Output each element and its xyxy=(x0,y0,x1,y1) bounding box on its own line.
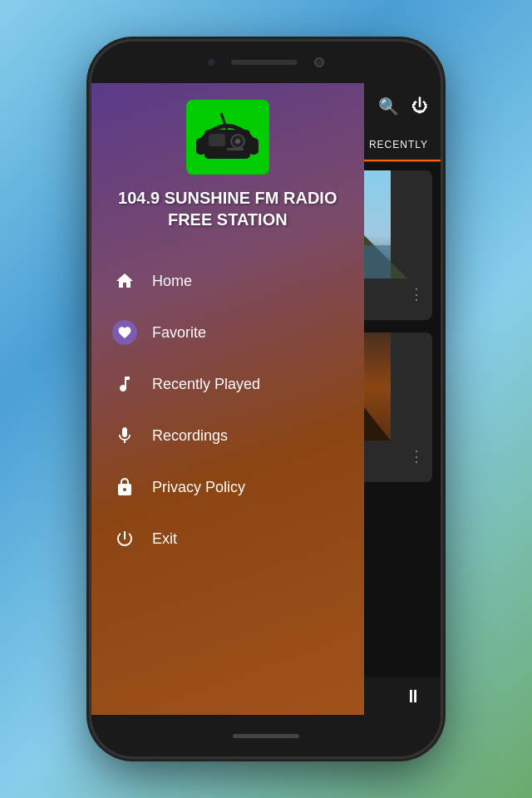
power-icon[interactable]: ⏻ xyxy=(411,96,428,116)
home-icon xyxy=(112,268,137,293)
drawer-header: 104.9 SUNSHINE FM RADIO FREE STATION xyxy=(91,83,364,239)
nav-label-recently-played: Recently Played xyxy=(152,376,260,393)
drawer-nav: Home Favorite xyxy=(91,239,364,715)
heart-icon-container xyxy=(112,320,137,345)
svg-rect-19 xyxy=(249,138,259,155)
svg-rect-18 xyxy=(196,138,206,155)
front-camera xyxy=(208,59,214,66)
phone-screen: ne 🔍 ⏻ E RECENTLY xyxy=(91,83,441,715)
station-name: 104.9 SUNSHINE FM RADIO FREE STATION xyxy=(108,187,347,230)
home-bar xyxy=(233,734,299,738)
camera-dot xyxy=(314,57,324,67)
nav-label-home: Home xyxy=(152,273,192,290)
mic-icon xyxy=(112,423,137,448)
phone-shell: ne 🔍 ⏻ E RECENTLY xyxy=(91,42,441,756)
nav-item-home[interactable]: Home xyxy=(91,255,364,307)
phone-bottom xyxy=(91,715,441,756)
svg-point-15 xyxy=(235,139,240,144)
app-logo xyxy=(186,100,269,175)
lock-icon xyxy=(112,475,137,500)
nav-item-favorite[interactable]: Favorite xyxy=(91,307,364,358)
more-options-2[interactable]: ⋮ xyxy=(409,447,424,466)
more-options-1[interactable]: ⋮ xyxy=(409,285,424,303)
nav-item-privacy-policy[interactable]: Privacy Policy xyxy=(91,461,364,513)
svg-rect-16 xyxy=(227,148,244,150)
music-icon xyxy=(112,372,137,397)
nav-label-recordings: Recordings xyxy=(152,427,228,445)
nav-label-privacy-policy: Privacy Policy xyxy=(152,479,245,496)
nav-label-exit: Exit xyxy=(152,530,177,548)
exit-icon xyxy=(112,526,137,551)
nav-item-recordings[interactable]: Recordings xyxy=(91,410,364,461)
pause-button[interactable]: ⏸ xyxy=(404,686,424,707)
search-icon[interactable]: 🔍 xyxy=(378,96,399,116)
nav-item-exit[interactable]: Exit xyxy=(91,513,364,564)
speaker xyxy=(231,60,298,65)
navigation-drawer: 104.9 SUNSHINE FM RADIO FREE STATION Hom… xyxy=(91,83,364,715)
phone-top xyxy=(91,42,441,83)
nav-label-favorite: Favorite xyxy=(152,324,206,342)
svg-rect-13 xyxy=(209,134,225,146)
tab-recently[interactable]: RECENTLY xyxy=(357,129,441,161)
nav-item-recently-played[interactable]: Recently Played xyxy=(91,358,364,410)
